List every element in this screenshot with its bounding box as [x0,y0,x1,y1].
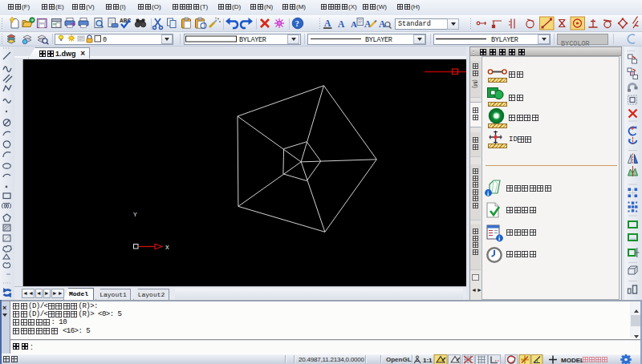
svg-text:A: A [324,18,331,28]
svg-text:i: i [487,190,489,197]
svg-text:X: X [165,244,169,251]
svg-text:BYLAYER: BYLAYER [239,36,266,44]
svg-text:A: A [338,19,345,29]
svg-text:?: ? [295,19,299,28]
svg-text:MODEL: MODEL [561,357,584,364]
svg-text:Y: Y [133,211,137,218]
svg-text:A: A [351,19,357,29]
svg-text:BYLAYER: BYLAYER [491,36,518,44]
svg-text:1:1: 1:1 [423,357,433,364]
svg-text:BYLAYER: BYLAYER [365,36,392,44]
svg-text:0: 0 [103,36,107,44]
svg-text:i: i [498,235,500,242]
